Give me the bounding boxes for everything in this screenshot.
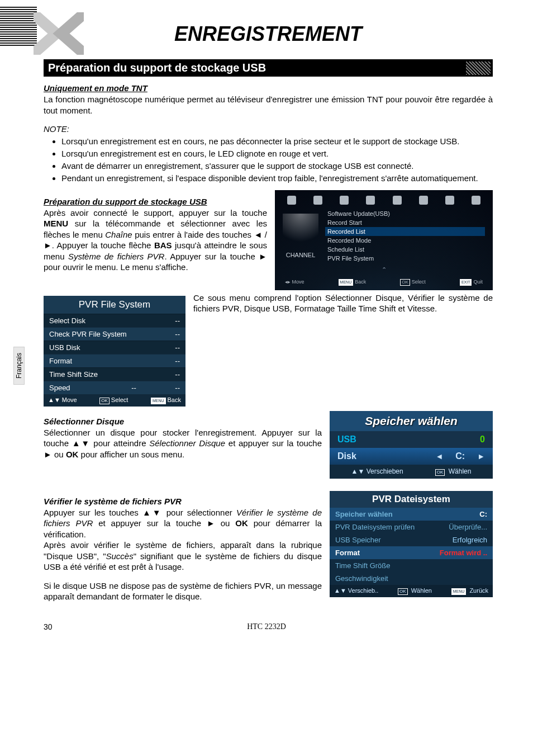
label: Check PVR File System bbox=[49, 330, 127, 338]
verify-para1: Appuyer sur les touches ▲▼ pour sélectio… bbox=[44, 507, 322, 540]
label: Select Disk bbox=[49, 316, 85, 325]
pvr-title: PVR File System bbox=[44, 296, 185, 314]
label: Format bbox=[335, 549, 360, 557]
val: Überprüfe... bbox=[449, 523, 487, 531]
label: Speicher wählen bbox=[335, 510, 393, 518]
osd-icon bbox=[287, 196, 296, 205]
footer-move: ▲▼ Move bbox=[48, 396, 77, 404]
datei-row[interactable]: PVR Dateisystem prüfenÜberprüfe... bbox=[330, 521, 493, 533]
footer-select: OKSelect bbox=[99, 396, 128, 404]
footer-back: MENUBack bbox=[151, 396, 181, 404]
footer-move: ▲▼ Verschieben bbox=[351, 467, 403, 476]
txt: et appuyer sur la touche ► ou bbox=[93, 518, 235, 528]
datei-row[interactable]: FormatFormat wird .. bbox=[330, 546, 493, 559]
pvr-row[interactable]: Time Shift Size-- bbox=[44, 367, 185, 381]
datei-row[interactable]: USB SpeicherErfolgreich bbox=[330, 533, 493, 546]
model-number: HTC 2232D bbox=[247, 622, 286, 631]
channel-icon bbox=[283, 214, 318, 249]
note-item: Lorsqu'un enregistrement est en cours, l… bbox=[61, 148, 493, 159]
datei-footer: ▲▼ Verschieb.. OK Wählen MENU Zurück bbox=[330, 585, 493, 597]
val: Format wird .. bbox=[440, 549, 487, 557]
txt: Verschieb.. bbox=[348, 587, 378, 594]
osd-menu-item[interactable]: Record Start bbox=[325, 218, 485, 227]
syspvr-label: Système de fichiers PVR bbox=[68, 252, 165, 261]
speicher-row-disk[interactable]: Disk ◄ C: ► bbox=[330, 448, 493, 465]
osd-menu-item[interactable]: PVR File System bbox=[325, 254, 485, 263]
chaine-label: Chaîne bbox=[105, 230, 132, 239]
txt: Wählen bbox=[449, 467, 472, 475]
txt: Select bbox=[111, 396, 129, 403]
osd-menu-item-highlight[interactable]: Recorded List bbox=[325, 227, 485, 236]
ok-key: OK bbox=[66, 450, 79, 459]
osd-icon-row bbox=[283, 196, 485, 209]
osd-footer-move: ◂▸ Move bbox=[285, 279, 304, 286]
pvr-paragraph: Ce sous menu comprend l'option Sélection… bbox=[193, 292, 493, 314]
speicher-panel: Speicher wählen USB 0 Disk ◄ C: ► ▲▼ Ver… bbox=[330, 411, 493, 479]
pvr-row[interactable]: Speed---- bbox=[44, 381, 185, 394]
right-arrow-icon[interactable]: ► bbox=[477, 452, 485, 461]
section-heading-bar: Préparation du support de stockage USB bbox=[44, 59, 493, 77]
italic: Succès bbox=[106, 551, 133, 561]
val: C: bbox=[479, 510, 487, 518]
txt: Select bbox=[412, 279, 426, 285]
txt: Move bbox=[292, 279, 304, 285]
verify-para3: Si le disque USB ne dispose pas de systè… bbox=[44, 580, 322, 602]
val: -- bbox=[175, 330, 180, 338]
label: Format bbox=[49, 357, 72, 365]
prep-heading: Préparation du support de stockage USB bbox=[44, 197, 267, 206]
select-disk-text: Sélectionner un disque pour stocker l'en… bbox=[44, 427, 322, 460]
osd-screenshot: CHANNEL Software Update(USB) Record Star… bbox=[275, 190, 493, 290]
val: -- bbox=[175, 384, 180, 392]
pvr-row[interactable]: Check PVR File System-- bbox=[44, 327, 185, 341]
osd-footer-quit: EXITQuit bbox=[460, 279, 483, 286]
txt: pour afficher un sous menu. bbox=[78, 450, 184, 459]
label: Speed bbox=[49, 384, 70, 392]
left-arrow-icon[interactable]: ◄ bbox=[435, 452, 443, 461]
footer-select: OK Wählen bbox=[435, 467, 472, 476]
speicher-title: Speicher wählen bbox=[330, 411, 493, 431]
osd-menu-item[interactable]: Recorded Mode bbox=[325, 236, 485, 245]
section-heading: Préparation du support de stockage USB bbox=[48, 62, 266, 74]
txt: Verschieben bbox=[367, 467, 403, 475]
label: PVR Dateisystem prüfen bbox=[335, 523, 415, 531]
osd-menu-item[interactable]: Software Update(USB) bbox=[325, 209, 485, 218]
osd-icon bbox=[340, 196, 349, 205]
chevron-up-icon: ⌃ bbox=[283, 266, 485, 273]
val: -- bbox=[175, 343, 180, 352]
osd-footer: ◂▸ Move MENUBack OKSelect EXITQuit bbox=[283, 279, 485, 286]
page-title: ENREGISTREMENT bbox=[44, 22, 493, 46]
note-label: NOTE: bbox=[44, 124, 493, 135]
label: USB Disk bbox=[49, 343, 80, 352]
speicher-row-usb[interactable]: USB 0 bbox=[330, 431, 493, 448]
footer-move: ▲▼ Verschieb.. bbox=[334, 587, 378, 595]
language-tab: Français bbox=[13, 347, 25, 385]
note-item: Pendant un enregistrement, si l'espace d… bbox=[61, 173, 493, 184]
label: Time Shift Size bbox=[49, 370, 98, 379]
datei-row[interactable]: Geschwindigkeit bbox=[330, 572, 493, 585]
osd-icon bbox=[445, 196, 454, 205]
datei-title: PVR Dateisystem bbox=[330, 491, 493, 508]
txt: Appuyer sur les touches ▲▼ pour sélectio… bbox=[44, 508, 236, 517]
label: USB bbox=[337, 434, 356, 445]
pvr-row[interactable]: Select Disk-- bbox=[44, 314, 185, 327]
bas-key: BAS bbox=[154, 240, 172, 250]
italic: Sélectionner Disque bbox=[149, 438, 225, 448]
pvr-file-system-table: PVR File System Select Disk-- Check PVR … bbox=[44, 296, 185, 407]
ok-key: OK bbox=[235, 518, 248, 528]
osd-footer-back: MENUBack bbox=[339, 279, 367, 286]
osd-icon bbox=[313, 196, 322, 205]
osd-menu-item[interactable]: Schedule List bbox=[325, 245, 485, 254]
pvr-row[interactable]: Format-- bbox=[44, 354, 185, 367]
barcode-decor bbox=[0, 7, 37, 46]
select-disk-heading: Sélectionner Disque bbox=[44, 417, 322, 426]
txt: Après avoir connecté le support, appuyer… bbox=[44, 208, 267, 218]
val: -- bbox=[175, 316, 180, 325]
val: -- bbox=[175, 370, 180, 379]
txt: Zurück bbox=[469, 587, 488, 594]
val: C: bbox=[455, 451, 465, 461]
pvr-row[interactable]: USB Disk-- bbox=[44, 341, 185, 354]
label: Disk bbox=[337, 451, 356, 461]
txt: Move bbox=[62, 396, 77, 403]
datei-row[interactable]: Time Shift Größe bbox=[330, 559, 493, 572]
datei-row[interactable]: Speicher wählenC: bbox=[330, 508, 493, 521]
